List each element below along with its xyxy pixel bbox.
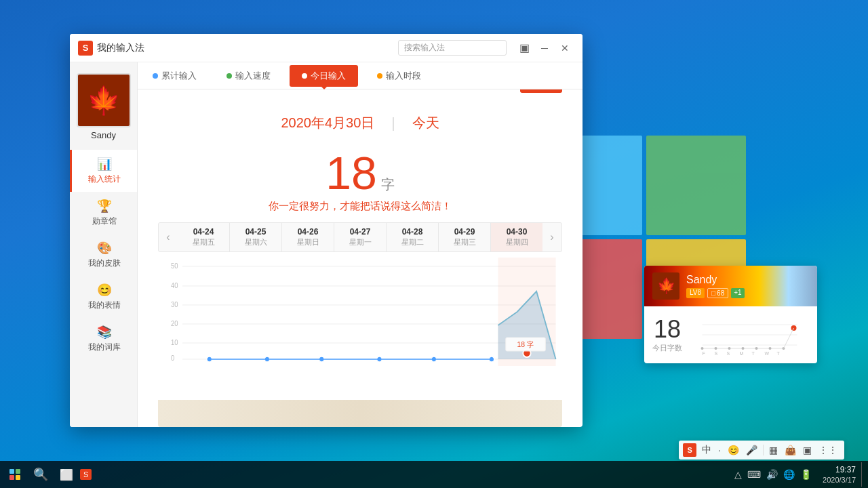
day-date-4: 04-28	[389, 227, 435, 237]
sidebar-label-vocabulary: 我的词库	[88, 342, 121, 353]
tab-bar: 累计输入 输入速度 今日输入 输入时段	[138, 62, 583, 89]
ime-tb-monitor[interactable]: ▣	[800, 443, 814, 457]
tab-label-cumulative: 累计输入	[161, 70, 197, 82]
sidebar-item-expressions[interactable]: 😊 我的表情	[70, 276, 137, 318]
sidebar-label-stats: 输入统计	[88, 174, 121, 185]
day-col-today[interactable]: 04-30 星期四	[490, 223, 542, 251]
tray-expand-icon[interactable]: △	[734, 469, 742, 480]
day-col-sat[interactable]: 04-29 星期三	[438, 223, 490, 251]
today-count: 18 字	[158, 150, 562, 196]
svg-text:0: 0	[171, 354, 175, 362]
minimize-button[interactable]: ─	[535, 39, 554, 58]
tab-label-speed: 输入速度	[235, 70, 271, 82]
ime-tb-grid[interactable]: ▦	[766, 443, 781, 457]
monitor-icon[interactable]: ▣	[515, 39, 534, 58]
app-title: 我的输入法	[97, 42, 144, 54]
day-date-3: 04-27	[337, 227, 383, 237]
svg-text:S: S	[727, 351, 730, 355]
sidebar-item-skins[interactable]: 🎨 我的皮肤	[70, 234, 137, 276]
tab-period[interactable]: 输入时段	[362, 62, 436, 89]
tray-volume-icon[interactable]: 🔊	[766, 469, 778, 480]
sidebar-navigation: 📊 输入统计 🏆 勋章馆 🎨 我的皮肤 😊 我的表情 📚 我的词库	[70, 150, 137, 360]
clock-date: 2020/3/17	[823, 476, 856, 484]
week-next-arrow[interactable]: ›	[542, 226, 561, 249]
ime-tb-emoji[interactable]: 😊	[725, 443, 742, 457]
ime-tb-more[interactable]: ⋮⋮	[816, 443, 840, 457]
ime-toolbar-logo: S	[683, 443, 696, 457]
share-button[interactable]: ↗ 分享	[520, 89, 562, 93]
day-col-wed[interactable]: 04-26 星期日	[281, 223, 334, 251]
sidebar: 🍁 Sandy 📊 输入统计 🏆 勋章馆 🎨 我的皮肤 😊 我的	[70, 62, 138, 427]
tab-label-today: 今日输入	[311, 70, 346, 82]
user-name: Sandy	[91, 130, 116, 140]
search-placeholder-text: 搜索输入法	[404, 42, 445, 54]
chart-svg: 50 40 30 20 10 0	[158, 258, 562, 366]
day-label-6: 星期四	[494, 237, 540, 247]
svg-text:30: 30	[171, 301, 178, 308]
win-icon-red	[9, 475, 14, 480]
tab-speed[interactable]: 输入速度	[212, 62, 285, 89]
vocabulary-icon: 📚	[97, 325, 112, 340]
popup-user-name: Sandy	[686, 274, 745, 286]
day-col-fri[interactable]: 04-28 星期二	[386, 223, 438, 251]
title-bar: S 我的输入法 搜索输入法 ▣ ─ ✕	[70, 34, 583, 62]
avatar-image: 🍁	[78, 75, 130, 126]
week-prev-arrow[interactable]: ‹	[159, 226, 178, 249]
sidebar-item-stats[interactable]: 📊 输入统计	[70, 150, 137, 192]
badge-num-icon: □	[711, 289, 715, 297]
svg-point-31	[769, 347, 772, 350]
popup-mini-chart: F S S M T W T	[690, 314, 809, 355]
popup-count-number: 18	[654, 317, 681, 342]
user-avatar[interactable]: 🍁	[77, 73, 131, 127]
day-col-mon[interactable]: 04-24 星期五	[178, 223, 229, 251]
expressions-icon: 😊	[97, 283, 112, 298]
logo-s-icon: S	[78, 41, 93, 56]
taskbar-search-button[interactable]: 🔍	[27, 462, 54, 487]
popup-body: 18 今日字数 F S S M T W	[644, 306, 817, 363]
tray-network-icon[interactable]: 🌐	[783, 469, 795, 480]
tray-battery-icon[interactable]: 🔋	[800, 469, 812, 480]
ime-tb-punct[interactable]: ·	[715, 443, 724, 457]
win-icon-blue	[9, 469, 14, 474]
count-unit: 字	[381, 176, 395, 194]
taskbar-task-view[interactable]: ⬜	[54, 462, 79, 487]
sidebar-item-awards[interactable]: 🏆 勋章馆	[70, 192, 137, 234]
title-logo: S 我的输入法	[78, 41, 144, 56]
popup-avatar: 🍁	[652, 272, 679, 300]
day-label-0: 星期五	[180, 237, 226, 247]
day-date-0: 04-24	[180, 227, 226, 237]
day-label-4: 星期二	[389, 237, 435, 247]
tab-today[interactable]: 今日输入	[290, 65, 358, 87]
badge-plus: +1	[731, 288, 744, 298]
sidebar-item-vocabulary[interactable]: 📚 我的词库	[70, 318, 137, 360]
day-col-thu[interactable]: 04-27 星期一	[334, 223, 386, 251]
badge-num: □ 68	[707, 288, 728, 298]
badge-level: LV8	[686, 288, 705, 298]
svg-text:S: S	[715, 351, 718, 355]
taskbar-ime-icon[interactable]: S	[80, 469, 92, 480]
svg-text:20: 20	[171, 320, 178, 327]
svg-point-29	[742, 347, 745, 350]
show-desktop-button[interactable]	[861, 462, 865, 487]
day-label-5: 星期三	[441, 237, 488, 247]
popup-count-label: 今日字数	[652, 343, 682, 353]
ime-tb-voice[interactable]: 🎤	[743, 443, 760, 457]
day-col-tue[interactable]: 04-25 星期六	[229, 223, 281, 251]
count-number: 18	[326, 150, 377, 196]
taskbar-clock[interactable]: 19:37 2020/3/17	[817, 465, 861, 484]
ime-tb-bag[interactable]: 👜	[782, 443, 799, 457]
tab-cumulative[interactable]: 累计输入	[138, 62, 212, 89]
ime-tb-chinese[interactable]: 中	[699, 443, 714, 458]
stats-icon: 📊	[97, 157, 112, 171]
day-date-2: 04-26	[285, 227, 331, 237]
page-content: 2020年4月30日 ｜ 今天 ↗ 分享 18 字 你一定很努力，才能把话说得这…	[138, 89, 583, 427]
close-button[interactable]: ✕	[555, 39, 574, 58]
tray-keyboard-icon[interactable]: ⌨	[747, 469, 761, 480]
svg-text:W: W	[765, 351, 770, 355]
start-button[interactable]	[3, 462, 27, 487]
popup-user-info: Sandy LV8 □ 68 +1	[686, 274, 745, 298]
date-text: 2020年4月30日	[281, 115, 375, 130]
title-search-box[interactable]: 搜索输入法	[398, 40, 507, 56]
popup-count-section: 18 今日字数	[652, 317, 682, 353]
date-divider: ｜	[387, 115, 404, 130]
